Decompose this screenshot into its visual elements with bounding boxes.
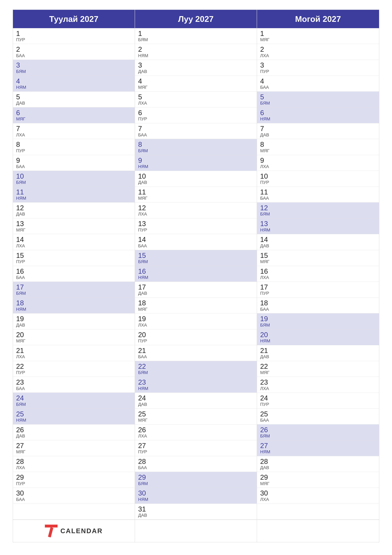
day-cell-empty-mogoi-31 — [257, 504, 379, 519]
day-row-6: 6МЯГ6ПУР6НЯМ — [13, 107, 379, 123]
day-cell-tuulay-17: 17БЯМ — [13, 282, 135, 298]
day-number: 13 — [138, 220, 254, 227]
day-name: БАА — [260, 418, 376, 423]
day-row-14: 14ЛХА14БАА14ДАВ — [13, 234, 379, 250]
day-cell-mogoi-6: 6НЯМ — [257, 107, 379, 123]
day-name: БАА — [138, 243, 254, 248]
day-cell-luu-10: 10ДАВ — [135, 171, 257, 187]
day-cell-tuulay-12: 12ДАВ — [13, 203, 135, 218]
day-number: 30 — [138, 489, 254, 497]
day-row-21: 21ЛХА21БАА21ДАВ — [13, 345, 379, 361]
day-name: ПУР — [260, 69, 376, 74]
day-number: 26 — [16, 426, 131, 434]
day-number: 19 — [16, 315, 131, 323]
day-cell-mogoi-12: 12БЯМ — [257, 203, 379, 218]
day-number: 30 — [16, 489, 131, 497]
day-name: БЯМ — [138, 481, 254, 486]
day-row-15: 15ПУР15БЯМ15МЯГ — [13, 250, 379, 266]
day-cell-tuulay-29: 29ПУР — [13, 472, 135, 488]
day-row-26: 26ДАВ26ЛХА26БЯМ — [13, 424, 379, 440]
day-number: 3 — [16, 61, 131, 69]
day-row-17: 17БЯМ17ДАВ17ПУР — [13, 282, 379, 298]
day-number: 26 — [138, 426, 254, 434]
day-cell-tuulay-6: 6МЯГ — [13, 107, 135, 123]
day-number: 10 — [16, 172, 131, 180]
day-cell-tuulay-10: 10БЯМ — [13, 171, 135, 187]
day-number: 15 — [260, 252, 376, 259]
day-name: БЯМ — [138, 148, 254, 153]
day-number: 25 — [138, 410, 254, 418]
day-number: 8 — [16, 141, 131, 148]
day-cell-mogoi-5: 5БЯМ — [257, 92, 379, 107]
day-cell-luu-7: 7БАА — [135, 123, 257, 139]
day-row-25: 25НЯМ25МЯГ25БАА — [13, 409, 379, 424]
day-name: ДАВ — [16, 323, 131, 328]
day-cell-luu-22: 22БЯМ — [135, 361, 257, 377]
day-cell-mogoi-24: 24ПУР — [257, 393, 379, 409]
day-number: 5 — [16, 93, 131, 101]
day-cell-mogoi-22: 22МЯГ — [257, 361, 379, 377]
day-name: БЯМ — [16, 69, 131, 74]
day-cell-mogoi-13: 13НЯМ — [257, 218, 379, 234]
day-number: 8 — [138, 141, 254, 148]
day-cell-tuulay-11: 11НЯМ — [13, 187, 135, 203]
day-row-12: 12ДАВ12ЛХА12БЯМ — [13, 203, 379, 218]
day-number: 5 — [138, 93, 254, 101]
day-row-18: 18НЯМ18МЯГ18БАА — [13, 298, 379, 314]
day-cell-luu-11: 11МЯГ — [135, 187, 257, 203]
day-name: МЯГ — [260, 37, 376, 42]
day-name: ЛХА — [260, 53, 376, 58]
day-name: ДАВ — [138, 513, 254, 518]
day-name: БЯМ — [260, 434, 376, 438]
day-name: ДАВ — [138, 180, 254, 185]
day-name: НЯМ — [260, 449, 376, 454]
footer-logo-col: CALENDAR — [13, 520, 135, 542]
day-name: НЯМ — [260, 228, 376, 233]
day-cell-mogoi-25: 25БАА — [257, 409, 379, 424]
day-name: ПУР — [260, 180, 376, 185]
day-cell-tuulay-30: 30БАА — [13, 488, 135, 504]
day-number: 26 — [260, 426, 376, 434]
day-name: БЯМ — [138, 259, 254, 264]
day-cell-luu-13: 13ПУР — [135, 218, 257, 234]
day-row-28: 28ЛХА28БАА28ДАВ — [13, 456, 379, 472]
day-name: ДАВ — [16, 101, 131, 106]
day-name: НЯМ — [260, 339, 376, 343]
day-number: 11 — [260, 188, 376, 196]
day-name: БАА — [260, 307, 376, 312]
day-cell-tuulay-14: 14ЛХА — [13, 234, 135, 250]
day-cell-mogoi-29: 29МЯГ — [257, 472, 379, 488]
day-cell-luu-31: 31ДАВ — [135, 504, 257, 519]
day-number: 4 — [16, 77, 131, 85]
day-name: ЛХА — [16, 132, 131, 138]
day-number: 24 — [138, 394, 254, 402]
day-number: 19 — [260, 315, 376, 323]
header-row: Туулай 2027Луу 2027Могой 2027 — [13, 10, 379, 28]
day-number: 12 — [260, 204, 376, 212]
day-number: 28 — [260, 458, 376, 465]
day-row-3: 3БЯМ3ДАВ3ПУР — [13, 60, 379, 76]
day-name: ПУР — [138, 117, 254, 122]
day-cell-luu-6: 6ПУР — [135, 107, 257, 123]
day-cell-tuulay-20: 20МЯГ — [13, 329, 135, 345]
day-cell-mogoi-16: 16ЛХА — [257, 266, 379, 282]
day-number: 19 — [138, 315, 254, 323]
day-name: МЯГ — [16, 228, 131, 233]
day-name: МЯГ — [138, 196, 254, 201]
day-row-16: 16БАА16НЯМ16ЛХА — [13, 266, 379, 282]
day-name: НЯМ — [138, 497, 254, 502]
day-number: 10 — [260, 172, 376, 180]
day-number: 23 — [260, 379, 376, 386]
logo-area: CALENDAR — [45, 525, 103, 537]
month-header-luu: Луу 2027 — [135, 10, 257, 28]
day-cell-mogoi-30: 30ЛХА — [257, 488, 379, 504]
day-number: 4 — [138, 77, 254, 85]
day-name: ПУР — [260, 291, 376, 296]
day-number: 1 — [16, 30, 131, 37]
day-name: БЯМ — [138, 370, 254, 375]
day-cell-luu-16: 16НЯМ — [135, 266, 257, 282]
day-cell-mogoi-8: 8МЯГ — [257, 139, 379, 155]
day-number: 2 — [138, 45, 254, 53]
day-name: МЯГ — [260, 148, 376, 153]
day-name: МЯГ — [138, 307, 254, 312]
